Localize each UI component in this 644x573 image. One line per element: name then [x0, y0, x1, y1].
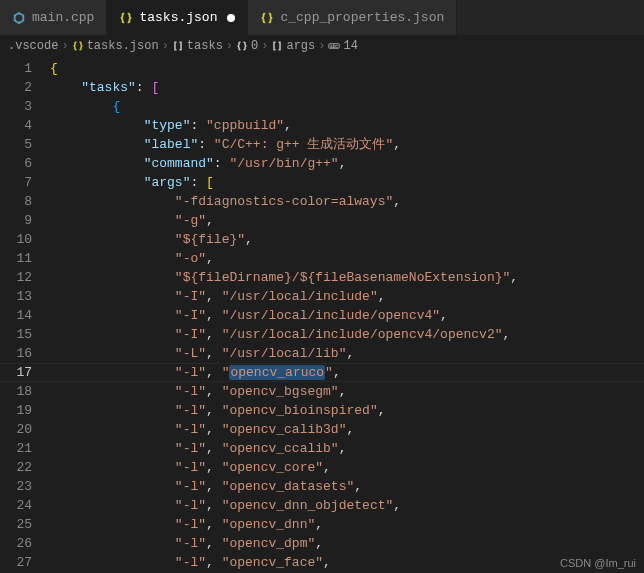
watermark: CSDN @Im_rui: [560, 557, 636, 569]
code-line[interactable]: "command": "/usr/bin/g++",: [50, 154, 644, 173]
code-line[interactable]: "label": "C/C++: g++ 生成活动文件",: [50, 135, 644, 154]
line-number: 12: [0, 268, 32, 287]
code-line[interactable]: "-l", "opencv_datasets",: [50, 477, 644, 496]
line-number: 23: [0, 477, 32, 496]
tab-label: main.cpp: [32, 10, 94, 25]
code-line[interactable]: {: [50, 97, 644, 116]
tab-label: c_cpp_properties.json: [280, 10, 444, 25]
chevron-right-icon: ›: [162, 39, 169, 53]
line-number: 20: [0, 420, 32, 439]
code-editor[interactable]: 1234567891011121314151617181920212223242…: [0, 57, 644, 573]
json-braces-icon: [72, 40, 84, 52]
cpp-icon: [12, 11, 26, 25]
tab-c-cpp-properties[interactable]: c_cpp_properties.json: [248, 0, 457, 35]
line-number: 19: [0, 401, 32, 420]
line-number: 8: [0, 192, 32, 211]
line-number: 11: [0, 249, 32, 268]
code-line[interactable]: "-l", "opencv_calib3d",: [50, 420, 644, 439]
line-number: 25: [0, 515, 32, 534]
tab-label: tasks.json: [139, 10, 217, 25]
code-line[interactable]: "-fdiagnostics-color=always",: [50, 192, 644, 211]
code-line[interactable]: "-l", "opencv_face",: [50, 553, 644, 572]
breadcrumb[interactable]: .vscode › tasks.json › tasks › 0 › args …: [0, 35, 644, 57]
tab-tasks-json[interactable]: tasks.json: [107, 0, 248, 35]
line-number: 2: [0, 78, 32, 97]
line-number: 17: [0, 363, 32, 382]
json-braces-icon: [260, 11, 274, 25]
dirty-indicator-icon: [227, 14, 235, 22]
line-number: 15: [0, 325, 32, 344]
line-number: 14: [0, 306, 32, 325]
code-line[interactable]: "tasks": [: [50, 78, 644, 97]
line-number: 5: [0, 135, 32, 154]
json-braces-icon: [119, 11, 133, 25]
code-line[interactable]: "-l", "opencv_bioinspired",: [50, 401, 644, 420]
code-line[interactable]: "-I", "/usr/local/include/opencv4",: [50, 306, 644, 325]
code-line[interactable]: "${fileDirname}/${fileBasenameNoExtensio…: [50, 268, 644, 287]
code-line[interactable]: "type": "cppbuild",: [50, 116, 644, 135]
code-line[interactable]: "-l", "opencv_dnn_objdetect",: [50, 496, 644, 515]
line-number: 9: [0, 211, 32, 230]
line-number: 10: [0, 230, 32, 249]
chevron-right-icon: ›: [226, 39, 233, 53]
svg-text:abc: abc: [330, 44, 338, 49]
string-icon: abc: [328, 40, 340, 52]
line-number: 13: [0, 287, 32, 306]
code-line[interactable]: "-l", "opencv_dnn",: [50, 515, 644, 534]
breadcrumb-part[interactable]: .vscode: [8, 39, 58, 53]
code-line[interactable]: "-g",: [50, 211, 644, 230]
line-number: 1: [0, 59, 32, 78]
breadcrumb-part[interactable]: 0: [251, 39, 258, 53]
line-number: 21: [0, 439, 32, 458]
code-area[interactable]: { "tasks": [ { "type": "cppbuild", "labe…: [50, 57, 644, 573]
breadcrumb-part[interactable]: tasks.json: [87, 39, 159, 53]
code-line[interactable]: {: [50, 59, 644, 78]
line-number: 22: [0, 458, 32, 477]
braces-icon: [236, 40, 248, 52]
line-number: 16: [0, 344, 32, 363]
code-line[interactable]: "-I", "/usr/local/include",: [50, 287, 644, 306]
line-number: 3: [0, 97, 32, 116]
chevron-right-icon: ›: [61, 39, 68, 53]
chevron-right-icon: ›: [318, 39, 325, 53]
breadcrumb-part[interactable]: args: [286, 39, 315, 53]
code-line[interactable]: "-l", "opencv_dpm",: [50, 534, 644, 553]
code-line[interactable]: "-l", "opencv_aruco",: [50, 363, 644, 382]
tab-bar: main.cpp tasks.json c_cpp_properties.jso…: [0, 0, 644, 35]
code-line[interactable]: "-l", "opencv_core",: [50, 458, 644, 477]
code-line[interactable]: "-l", "opencv_ccalib",: [50, 439, 644, 458]
chevron-right-icon: ›: [261, 39, 268, 53]
breadcrumb-part[interactable]: tasks: [187, 39, 223, 53]
code-line[interactable]: "-o",: [50, 249, 644, 268]
line-number: 26: [0, 534, 32, 553]
code-line[interactable]: "args": [: [50, 173, 644, 192]
line-number: 18: [0, 382, 32, 401]
line-number: 6: [0, 154, 32, 173]
code-line[interactable]: "-L", "/usr/local/lib",: [50, 344, 644, 363]
line-number: 24: [0, 496, 32, 515]
line-number: 7: [0, 173, 32, 192]
line-number: 27: [0, 553, 32, 572]
gutter: 1234567891011121314151617181920212223242…: [0, 57, 50, 573]
array-icon: [172, 40, 184, 52]
tab-main-cpp[interactable]: main.cpp: [0, 0, 107, 35]
array-icon: [271, 40, 283, 52]
line-number: 4: [0, 116, 32, 135]
code-line[interactable]: "${file}",: [50, 230, 644, 249]
code-line[interactable]: "-I", "/usr/local/include/opencv4/opencv…: [50, 325, 644, 344]
breadcrumb-part[interactable]: 14: [343, 39, 357, 53]
code-line[interactable]: "-l", "opencv_bgsegm",: [50, 382, 644, 401]
